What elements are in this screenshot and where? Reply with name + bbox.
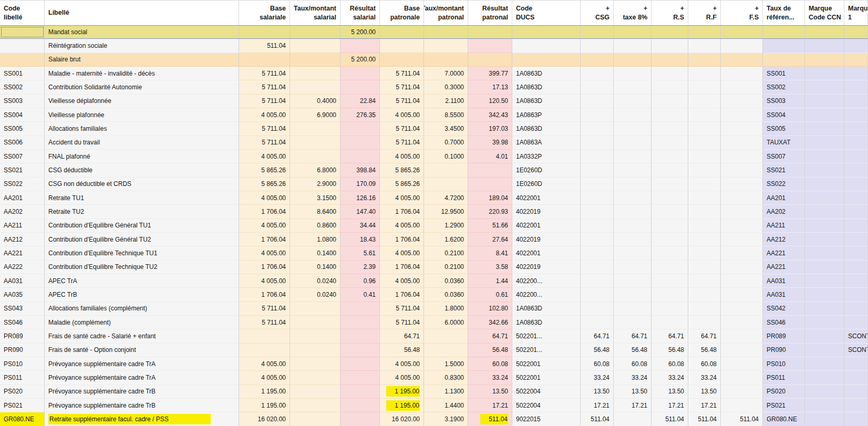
cell-res_sal[interactable] (340, 399, 380, 412)
cell-marqu1[interactable] (844, 316, 868, 329)
cell-ducs[interactable]: 1A0863P (512, 108, 581, 122)
cell-csg[interactable] (581, 67, 614, 80)
cell-fs[interactable] (721, 329, 763, 343)
cell-taux_sal[interactable]: 8.6400 (290, 205, 340, 219)
cell-taux_pat[interactable]: 8.5500 (424, 108, 468, 122)
cell-taux_pat[interactable]: 1.6200 (424, 233, 468, 246)
cell-base_sal[interactable]: 511.04 (239, 39, 290, 53)
cell-code[interactable] (0, 39, 45, 53)
cell-taux_sal[interactable] (290, 39, 340, 53)
cell-base_pat[interactable]: 5 865.26 (380, 163, 424, 177)
cell-taux_ref[interactable]: SS003 (763, 95, 805, 108)
cell-libelle[interactable]: Contribution d'Equilibre Technique TU1 (45, 246, 239, 260)
cell-fs[interactable] (721, 205, 763, 219)
cell-code[interactable]: SS021 (0, 163, 45, 177)
cell-csg[interactable] (581, 246, 614, 260)
cell-res_sal[interactable] (340, 385, 380, 399)
cell-libelle[interactable]: APEC TrA (45, 274, 239, 288)
cell-code[interactable]: GR080.NE (0, 412, 45, 426)
cell-res_sal[interactable] (340, 80, 380, 94)
cell-rs[interactable]: 56.48 (652, 344, 688, 357)
cell-res_pat[interactable]: 51.66 (468, 219, 512, 233)
cell-csg[interactable] (581, 136, 614, 150)
cell-res_pat[interactable]: 197.03 (468, 122, 512, 136)
cell-fs[interactable] (721, 357, 763, 371)
cell-rf[interactable] (688, 219, 721, 233)
cell-base_sal[interactable]: 1 706.04 (239, 288, 290, 302)
cell-code[interactable]: AA031 (0, 274, 45, 288)
cell-marque_ccn[interactable] (805, 53, 844, 67)
cell-marque_ccn[interactable] (805, 288, 844, 302)
cell-ducs[interactable]: 1A0863D (512, 302, 581, 316)
cell-res_sal[interactable]: 170.09 (340, 178, 380, 191)
cell-taux_pat[interactable]: 3.1900 (424, 412, 468, 426)
cell-code[interactable]: SS046 (0, 316, 45, 329)
cell-rs[interactable] (652, 191, 688, 205)
cell-rs[interactable] (652, 136, 688, 150)
cell-ducs[interactable]: 5022001 (512, 371, 581, 385)
cell-marque_ccn[interactable] (805, 150, 844, 163)
cell-base_sal[interactable]: 4 005.00 (239, 191, 290, 205)
cell-marqu1[interactable] (844, 399, 868, 412)
cell-taux_sal[interactable] (290, 371, 340, 385)
cell-marque_ccn[interactable] (805, 39, 844, 53)
cell-rs[interactable] (652, 178, 688, 191)
cell-marqu1[interactable] (844, 53, 868, 67)
cell-taux_sal[interactable]: 6.8000 (290, 163, 340, 177)
cell-taux_pat[interactable]: 2.1100 (424, 95, 468, 108)
cell-taux_pat[interactable] (424, 178, 468, 191)
cell-marque_ccn[interactable] (805, 371, 844, 385)
cell-rs[interactable] (652, 274, 688, 288)
cell-rs[interactable]: 60.08 (652, 357, 688, 371)
cell-res_pat[interactable]: 8.41 (468, 246, 512, 260)
cell-ducs[interactable]: 4022019 (512, 233, 581, 246)
cell-marqu1[interactable] (844, 80, 868, 94)
cell-taux_sal[interactable] (290, 399, 340, 412)
cell-rs[interactable] (652, 53, 688, 67)
cell-libelle[interactable]: CSG déductible (45, 163, 239, 177)
cell-rs[interactable] (652, 67, 688, 80)
cell-rf[interactable] (688, 233, 721, 246)
cell-libelle[interactable]: Vieillesse plafonnée (45, 108, 239, 122)
cell-libelle[interactable]: Maladie - maternité - invalidité - décès (45, 67, 239, 80)
cell-taux_sal[interactable]: 2.9000 (290, 178, 340, 191)
cell-code[interactable]: SS003 (0, 95, 45, 108)
cell-taux_ref[interactable]: AA212 (763, 233, 805, 246)
cell-base_pat[interactable]: 4 005.00 (380, 371, 424, 385)
cell-taux_ref[interactable]: SS005 (763, 122, 805, 136)
cell-rf[interactable] (688, 205, 721, 219)
cell-code[interactable]: SS002 (0, 80, 45, 94)
cell-fs[interactable] (721, 316, 763, 329)
cell-taux_pat[interactable]: 0.0360 (424, 274, 468, 288)
cell-taxe8[interactable]: 64.71 (614, 329, 652, 343)
cell-libelle[interactable]: Accident du travail (45, 136, 239, 150)
cell-csg[interactable] (581, 26, 614, 38)
cell-marqu1[interactable] (844, 67, 868, 80)
cell-libelle[interactable]: Prévoyance supplémentaire cadre TrB (45, 385, 239, 399)
cell-rf[interactable]: 17.21 (688, 399, 721, 412)
cell-res_pat[interactable] (468, 26, 512, 38)
cell-ducs[interactable]: 1A0863D (512, 95, 581, 108)
cell-rf[interactable] (688, 39, 721, 53)
cell-csg[interactable]: 13.50 (581, 385, 614, 399)
cell-code[interactable]: AA222 (0, 261, 45, 274)
cell-res_sal[interactable] (340, 150, 380, 163)
cell-csg[interactable] (581, 178, 614, 191)
cell-marqu1[interactable] (844, 108, 868, 122)
cell-taux_sal[interactable]: 0.8600 (290, 219, 340, 233)
header-cell-fs[interactable]: +F.S (721, 1, 763, 25)
cell-base_pat[interactable]: 1 706.04 (380, 233, 424, 246)
cell-base_pat[interactable] (380, 39, 424, 53)
cell-res_sal[interactable]: 5.61 (340, 246, 380, 260)
cell-taxe8[interactable]: 60.08 (614, 357, 652, 371)
cell-taxe8[interactable] (614, 26, 652, 38)
cell-rf[interactable] (688, 122, 721, 136)
cell-res_sal[interactable] (340, 344, 380, 357)
cell-fs[interactable] (721, 191, 763, 205)
cell-rf[interactable] (688, 150, 721, 163)
cell-taxe8[interactable] (614, 178, 652, 191)
cell-libelle[interactable]: Maladie (complément) (45, 316, 239, 329)
cell-taxe8[interactable] (614, 67, 652, 80)
cell-code[interactable]: PS021 (0, 399, 45, 412)
cell-taux_ref[interactable]: PS010 (763, 357, 805, 371)
